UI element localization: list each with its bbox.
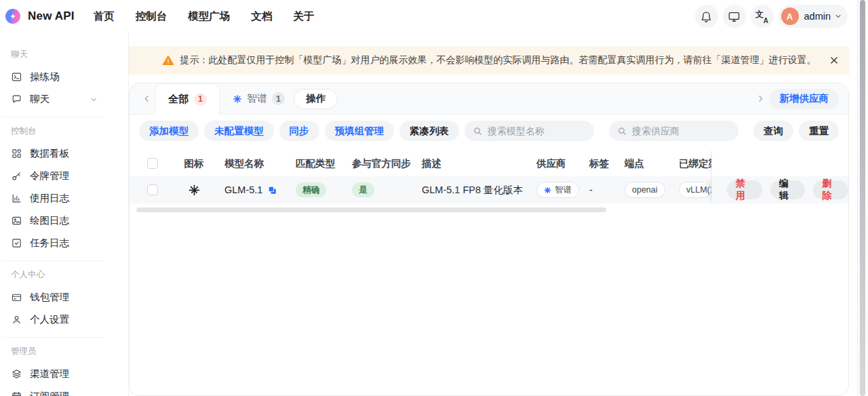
playground-icon [11,71,22,83]
edit-button[interactable]: 编辑 [770,180,806,199]
close-icon[interactable] [829,56,839,65]
wallet-icon [11,292,22,303]
sidebar-divider [1,117,104,117]
tag-cell: - [584,184,619,195]
navbar-left: New API 首页 控制台 模型广场 文档 关于 [5,9,314,24]
sidebar-item-dashboard[interactable]: 数据看板 [1,142,104,165]
sidebar-item-chat[interactable]: 聊天 [1,88,104,111]
task-icon [11,237,22,249]
col-model-name: 模型名称 [218,157,289,170]
image-icon [11,215,22,226]
vendor-badge: 智谱 [536,182,579,198]
tab-operations-button[interactable]: 操作 [294,89,338,109]
sidebar-item-drawing-logs[interactable]: 绘图日志 [1,210,104,232]
row-actions: 禁用 编辑 删除 [711,176,848,203]
chevron-down-icon[interactable] [90,96,98,104]
add-vendor-button[interactable]: 新增供应商 [770,89,840,109]
navbar-right: 文 A A admin [695,5,848,28]
sidebar-item-usage-logs[interactable]: 使用日志 [1,187,104,210]
chevron-down-icon [834,12,842,20]
compact-list-button[interactable]: 紧凑列表 [399,121,459,141]
models-panel: 全部 1 智谱 1 操作 新增供应商 添加模型 未配置模型 同步 预填组管理 紧… [129,83,849,396]
notifications-button[interactable] [695,5,718,28]
tabs-scroll-right-button[interactable] [752,94,770,104]
query-button[interactable]: 查询 [753,121,793,141]
main-content: 提示：此处配置仅用于控制「模型广场」对用户的展示效果，不会影响模型的实际调用与路… [129,33,849,396]
reset-button[interactable]: 重置 [799,121,839,141]
models-table: 图标 模型名称 匹配类型 参与官方同步 描述 供应商 标签 端点 已绑定渠道 G… [130,151,848,212]
select-all-checkbox[interactable] [147,158,158,169]
nav-item-docs[interactable]: 文档 [251,9,272,24]
sidebar-section-personal: 个人中心 [11,269,104,281]
app-logo-icon [5,9,20,24]
dashboard-icon [11,148,22,159]
prefill-group-button[interactable]: 预填组管理 [325,121,395,141]
count-badge: 1 [194,93,207,106]
model-logo-icon [189,184,200,196]
sidebar-divider [1,337,104,338]
unconfigured-models-button[interactable]: 未配置模型 [204,121,274,141]
nav-item-model-square[interactable]: 模型广场 [188,9,230,24]
tabs-scroll-left-button[interactable] [138,94,155,104]
sidebar-item-task-logs[interactable]: 任务日志 [1,232,104,254]
sidebar: 聊天 操练场 聊天 控制台 数据看板 令牌管理 使用日志 绘图日志 [0,33,129,396]
table-header-row: 图标 模型名称 匹配类型 参与官方同步 描述 供应商 标签 端点 已绑定渠道 [130,151,848,176]
col-tag: 标签 [584,157,619,170]
copy-icon[interactable] [267,185,277,195]
chevron-left-icon [142,94,152,104]
key-icon [11,170,22,182]
chevron-right-icon [755,94,766,104]
sidebar-section-console: 控制台 [11,125,104,137]
chat-icon [11,94,22,105]
notice-banner: 提示：此处配置仅用于控制「模型广场」对用户的展示效果，不会影响模型的实际调用与路… [129,46,849,75]
toolbar: 添加模型 未配置模型 同步 预填组管理 紧凑列表 查询 重置 [130,115,848,141]
user-menu[interactable]: A admin [778,5,848,28]
zhipu-logo-icon [233,94,242,104]
search-icon [617,126,627,136]
sidebar-item-tokens[interactable]: 令牌管理 [1,165,104,187]
col-endpoint: 端点 [619,157,675,170]
sidebar-section-admin: 管理员 [11,346,104,357]
sync-button[interactable]: 同步 [279,121,319,141]
sidebar-item-channels[interactable]: 渠道管理 [1,363,104,385]
sidebar-item-wallet[interactable]: 钱包管理 [1,286,104,309]
bound-channel-badge: vLLM(1) [679,182,711,198]
language-button[interactable]: 文 A [751,5,774,28]
sidebar-item-playground[interactable]: 操练场 [1,66,104,88]
search-icon [473,126,483,136]
nav-item-home[interactable]: 首页 [94,9,115,24]
sidebar-divider [1,260,104,261]
user-name: admin [804,11,831,22]
search-vendor-input[interactable] [632,125,730,136]
match-type-badge: 精确 [296,182,326,197]
disable-button[interactable]: 禁用 [727,180,762,199]
top-navbar: New API 首页 控制台 模型广场 文档 关于 文 A A admin [0,0,857,33]
tab-vendor-zhipu[interactable]: 智谱 1 [224,83,294,114]
sidebar-section-chat: 聊天 [11,49,104,60]
sidebar-item-subscriptions[interactable]: 订阅管理 [1,385,104,396]
language-icon: 文 A [755,10,768,23]
col-official-sync: 参与官方同步 [347,157,418,170]
row-checkbox[interactable] [147,184,158,195]
add-model-button[interactable]: 添加模型 [139,121,199,141]
page-scrollbar-thumb[interactable] [860,0,865,396]
col-actions [711,151,848,176]
page-scrollbar-track [857,0,868,396]
delete-button[interactable]: 删除 [813,180,848,199]
count-badge: 1 [272,92,285,105]
table-row: GLM-5.1 精确 是 GLM-5.1 FP8 量化版本 智谱 - opena… [130,176,848,203]
horizontal-scrollbar[interactable] [136,207,606,212]
nav-item-console[interactable]: 控制台 [136,9,167,24]
col-match-type: 匹配类型 [289,157,347,170]
col-vendor: 供应商 [533,157,584,170]
subscription-icon [11,391,22,396]
layers-icon [11,368,22,380]
search-model-input[interactable] [488,125,586,136]
sidebar-item-settings[interactable]: 个人设置 [1,309,104,331]
tab-all[interactable]: 全部 1 [155,83,220,115]
bell-icon [700,10,713,23]
model-description: GLM-5.1 FP8 量化版本 [418,184,533,197]
user-icon [11,314,22,325]
theme-display-button[interactable] [723,5,746,28]
nav-item-about[interactable]: 关于 [293,9,314,24]
